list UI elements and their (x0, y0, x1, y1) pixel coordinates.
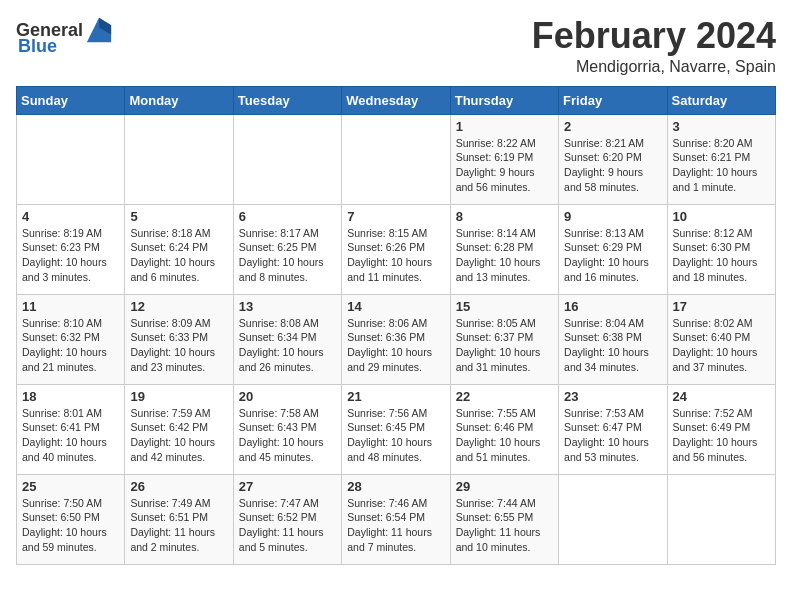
day-number: 6 (239, 209, 336, 224)
calendar-cell: 26Sunrise: 7:49 AM Sunset: 6:51 PM Dayli… (125, 474, 233, 564)
day-number: 8 (456, 209, 553, 224)
day-info: Sunrise: 7:52 AM Sunset: 6:49 PM Dayligh… (673, 406, 770, 465)
calendar-cell: 11Sunrise: 8:10 AM Sunset: 6:32 PM Dayli… (17, 294, 125, 384)
calendar-header-row: SundayMondayTuesdayWednesdayThursdayFrid… (17, 86, 776, 114)
calendar-cell: 24Sunrise: 7:52 AM Sunset: 6:49 PM Dayli… (667, 384, 775, 474)
calendar-cell: 4Sunrise: 8:19 AM Sunset: 6:23 PM Daylig… (17, 204, 125, 294)
day-info: Sunrise: 8:17 AM Sunset: 6:25 PM Dayligh… (239, 226, 336, 285)
calendar-cell: 22Sunrise: 7:55 AM Sunset: 6:46 PM Dayli… (450, 384, 558, 474)
calendar-cell: 27Sunrise: 7:47 AM Sunset: 6:52 PM Dayli… (233, 474, 341, 564)
day-info: Sunrise: 8:02 AM Sunset: 6:40 PM Dayligh… (673, 316, 770, 375)
logo-blue-text: Blue (18, 36, 57, 57)
calendar-week-3: 11Sunrise: 8:10 AM Sunset: 6:32 PM Dayli… (17, 294, 776, 384)
calendar-cell: 19Sunrise: 7:59 AM Sunset: 6:42 PM Dayli… (125, 384, 233, 474)
day-number: 21 (347, 389, 444, 404)
day-number: 19 (130, 389, 227, 404)
calendar-cell: 28Sunrise: 7:46 AM Sunset: 6:54 PM Dayli… (342, 474, 450, 564)
calendar-cell: 12Sunrise: 8:09 AM Sunset: 6:33 PM Dayli… (125, 294, 233, 384)
day-number: 14 (347, 299, 444, 314)
calendar-cell: 16Sunrise: 8:04 AM Sunset: 6:38 PM Dayli… (559, 294, 667, 384)
calendar-week-2: 4Sunrise: 8:19 AM Sunset: 6:23 PM Daylig… (17, 204, 776, 294)
calendar-cell: 15Sunrise: 8:05 AM Sunset: 6:37 PM Dayli… (450, 294, 558, 384)
day-info: Sunrise: 7:56 AM Sunset: 6:45 PM Dayligh… (347, 406, 444, 465)
calendar-cell (125, 114, 233, 204)
day-info: Sunrise: 8:22 AM Sunset: 6:19 PM Dayligh… (456, 136, 553, 195)
day-number: 3 (673, 119, 770, 134)
day-number: 1 (456, 119, 553, 134)
day-info: Sunrise: 8:15 AM Sunset: 6:26 PM Dayligh… (347, 226, 444, 285)
day-info: Sunrise: 7:58 AM Sunset: 6:43 PM Dayligh… (239, 406, 336, 465)
day-number: 22 (456, 389, 553, 404)
day-number: 26 (130, 479, 227, 494)
day-info: Sunrise: 8:20 AM Sunset: 6:21 PM Dayligh… (673, 136, 770, 195)
column-header-sunday: Sunday (17, 86, 125, 114)
calendar-cell: 9Sunrise: 8:13 AM Sunset: 6:29 PM Daylig… (559, 204, 667, 294)
day-info: Sunrise: 7:49 AM Sunset: 6:51 PM Dayligh… (130, 496, 227, 555)
calendar-cell: 29Sunrise: 7:44 AM Sunset: 6:55 PM Dayli… (450, 474, 558, 564)
day-info: Sunrise: 7:59 AM Sunset: 6:42 PM Dayligh… (130, 406, 227, 465)
calendar-cell: 14Sunrise: 8:06 AM Sunset: 6:36 PM Dayli… (342, 294, 450, 384)
calendar-cell: 23Sunrise: 7:53 AM Sunset: 6:47 PM Dayli… (559, 384, 667, 474)
column-header-saturday: Saturday (667, 86, 775, 114)
column-header-friday: Friday (559, 86, 667, 114)
day-number: 11 (22, 299, 119, 314)
calendar-cell: 13Sunrise: 8:08 AM Sunset: 6:34 PM Dayli… (233, 294, 341, 384)
day-number: 7 (347, 209, 444, 224)
location-title: Mendigorria, Navarre, Spain (532, 58, 776, 76)
day-number: 15 (456, 299, 553, 314)
day-info: Sunrise: 8:18 AM Sunset: 6:24 PM Dayligh… (130, 226, 227, 285)
day-number: 25 (22, 479, 119, 494)
day-number: 23 (564, 389, 661, 404)
month-title: February 2024 (532, 16, 776, 56)
calendar-cell (342, 114, 450, 204)
day-number: 27 (239, 479, 336, 494)
day-info: Sunrise: 8:14 AM Sunset: 6:28 PM Dayligh… (456, 226, 553, 285)
day-info: Sunrise: 8:09 AM Sunset: 6:33 PM Dayligh… (130, 316, 227, 375)
day-info: Sunrise: 8:04 AM Sunset: 6:38 PM Dayligh… (564, 316, 661, 375)
column-header-tuesday: Tuesday (233, 86, 341, 114)
calendar-cell: 6Sunrise: 8:17 AM Sunset: 6:25 PM Daylig… (233, 204, 341, 294)
day-number: 10 (673, 209, 770, 224)
calendar-cell: 20Sunrise: 7:58 AM Sunset: 6:43 PM Dayli… (233, 384, 341, 474)
calendar-week-1: 1Sunrise: 8:22 AM Sunset: 6:19 PM Daylig… (17, 114, 776, 204)
calendar-week-4: 18Sunrise: 8:01 AM Sunset: 6:41 PM Dayli… (17, 384, 776, 474)
column-header-thursday: Thursday (450, 86, 558, 114)
day-number: 17 (673, 299, 770, 314)
day-info: Sunrise: 7:46 AM Sunset: 6:54 PM Dayligh… (347, 496, 444, 555)
day-number: 9 (564, 209, 661, 224)
logo-icon (85, 16, 113, 44)
day-number: 4 (22, 209, 119, 224)
day-info: Sunrise: 8:08 AM Sunset: 6:34 PM Dayligh… (239, 316, 336, 375)
day-info: Sunrise: 8:05 AM Sunset: 6:37 PM Dayligh… (456, 316, 553, 375)
day-info: Sunrise: 8:01 AM Sunset: 6:41 PM Dayligh… (22, 406, 119, 465)
page-header: General Blue February 2024 Mendigorria, … (16, 16, 776, 76)
calendar-cell: 10Sunrise: 8:12 AM Sunset: 6:30 PM Dayli… (667, 204, 775, 294)
day-info: Sunrise: 8:12 AM Sunset: 6:30 PM Dayligh… (673, 226, 770, 285)
day-number: 13 (239, 299, 336, 314)
calendar-week-5: 25Sunrise: 7:50 AM Sunset: 6:50 PM Dayli… (17, 474, 776, 564)
calendar-cell: 25Sunrise: 7:50 AM Sunset: 6:50 PM Dayli… (17, 474, 125, 564)
day-info: Sunrise: 7:44 AM Sunset: 6:55 PM Dayligh… (456, 496, 553, 555)
day-number: 2 (564, 119, 661, 134)
calendar-cell: 2Sunrise: 8:21 AM Sunset: 6:20 PM Daylig… (559, 114, 667, 204)
day-info: Sunrise: 8:13 AM Sunset: 6:29 PM Dayligh… (564, 226, 661, 285)
calendar-cell: 18Sunrise: 8:01 AM Sunset: 6:41 PM Dayli… (17, 384, 125, 474)
calendar-cell (559, 474, 667, 564)
day-number: 18 (22, 389, 119, 404)
day-info: Sunrise: 8:21 AM Sunset: 6:20 PM Dayligh… (564, 136, 661, 195)
day-number: 16 (564, 299, 661, 314)
calendar-cell: 21Sunrise: 7:56 AM Sunset: 6:45 PM Dayli… (342, 384, 450, 474)
calendar-cell (667, 474, 775, 564)
day-info: Sunrise: 7:47 AM Sunset: 6:52 PM Dayligh… (239, 496, 336, 555)
day-number: 29 (456, 479, 553, 494)
day-info: Sunrise: 8:06 AM Sunset: 6:36 PM Dayligh… (347, 316, 444, 375)
calendar-cell: 7Sunrise: 8:15 AM Sunset: 6:26 PM Daylig… (342, 204, 450, 294)
calendar-cell (17, 114, 125, 204)
column-header-wednesday: Wednesday (342, 86, 450, 114)
calendar-cell: 8Sunrise: 8:14 AM Sunset: 6:28 PM Daylig… (450, 204, 558, 294)
day-info: Sunrise: 8:10 AM Sunset: 6:32 PM Dayligh… (22, 316, 119, 375)
logo: General Blue (16, 16, 113, 57)
calendar-cell: 1Sunrise: 8:22 AM Sunset: 6:19 PM Daylig… (450, 114, 558, 204)
calendar-table: SundayMondayTuesdayWednesdayThursdayFrid… (16, 86, 776, 565)
calendar-cell (233, 114, 341, 204)
